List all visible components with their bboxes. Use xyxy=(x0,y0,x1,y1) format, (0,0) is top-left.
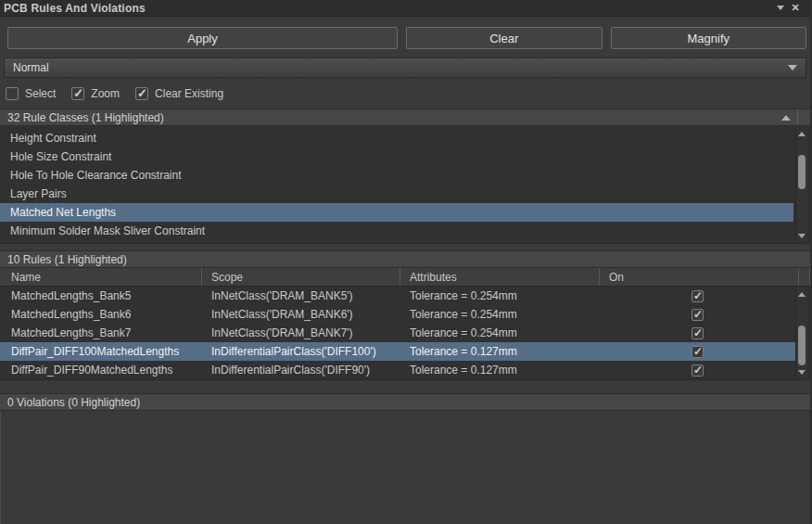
rule-on-checkbox[interactable] xyxy=(691,290,704,302)
chevron-down-icon xyxy=(777,6,784,10)
close-icon: ✕ xyxy=(791,3,799,13)
scrollbar-thumb[interactable] xyxy=(798,155,806,189)
rule-name-cell: MatchedLengths_Bank6 xyxy=(0,305,202,324)
action-toolbar: Apply Clear Magnify xyxy=(7,27,806,49)
rule-class-item[interactable]: Layer Pairs xyxy=(0,185,793,203)
clear-button[interactable]: Clear xyxy=(406,27,603,49)
rule-name-cell: MatchedLengths_Bank7 xyxy=(0,324,202,342)
rule-row[interactable]: MatchedLengths_Bank5 InNetClass('DRAM_BA… xyxy=(0,287,795,305)
rule-row[interactable]: DiffPair_DIFF90MatchedLengths InDifferen… xyxy=(0,361,795,379)
rule-attributes-cell: Tolerance = 0.254mm xyxy=(400,305,600,324)
clear-existing-option: Clear Existing xyxy=(135,87,223,100)
select-option: Select xyxy=(6,87,56,100)
rules-section-header: 10 Rules (1 Highlighted) xyxy=(0,250,810,268)
column-header-scope[interactable]: Scope xyxy=(202,268,400,286)
violations-section-header: 0 Violations (0 Highlighted) xyxy=(0,393,810,411)
rule-attributes-cell: Tolerance = 0.254mm xyxy=(400,287,600,305)
close-button[interactable]: ✕ xyxy=(788,2,803,15)
chevron-down-icon xyxy=(788,65,797,70)
panel-title: PCB Rules And Violations xyxy=(4,2,773,15)
rules-scrollbar[interactable] xyxy=(795,288,807,377)
rule-on-cell xyxy=(600,342,795,361)
rule-class-item[interactable]: Hole To Hole Clearance Constraint xyxy=(0,166,793,185)
rule-on-checkbox[interactable] xyxy=(691,346,704,358)
scroll-down-button[interactable] xyxy=(796,230,807,241)
report-mode-value: Normal xyxy=(13,61,49,74)
column-header-name[interactable]: Name xyxy=(0,268,202,286)
rule-row[interactable]: DiffPair_DIFF100MatchedLengths InDiffere… xyxy=(0,342,795,361)
rule-name-cell: MatchedLengths_Bank5 xyxy=(0,287,202,305)
rule-class-item[interactable]: Height Constraint xyxy=(0,129,793,147)
rules-header-label: 10 Rules (1 Highlighted) xyxy=(7,253,127,266)
rule-row[interactable]: MatchedLengths_Bank7 InNetClass('DRAM_BA… xyxy=(0,324,795,342)
rule-scope-cell: InNetClass('DRAM_BANK5') xyxy=(202,287,400,305)
panel-titlebar: PCB Rules And Violations ✕ xyxy=(0,0,810,17)
rule-on-cell xyxy=(600,324,795,342)
rule-on-checkbox[interactable] xyxy=(691,364,704,377)
rule-classes-header-label: 32 Rule Classes (1 Highlighted) xyxy=(7,111,164,124)
violations-header-label: 0 Violations (0 Highlighted) xyxy=(7,396,140,409)
rules-table-header: Name Scope Attributes On xyxy=(0,268,810,287)
violations-list xyxy=(0,411,810,524)
header-gutter xyxy=(798,109,810,125)
rule-attributes-cell: Tolerance = 0.254mm xyxy=(400,324,600,342)
rule-classes-section-header: 32 Rule Classes (1 Highlighted) xyxy=(0,109,810,126)
rule-name-cell: DiffPair_DIFF90MatchedLengths xyxy=(0,361,202,379)
rules-table-body: MatchedLengths_Bank5 InNetClass('DRAM_BA… xyxy=(0,287,810,380)
select-checkbox-label: Select xyxy=(25,87,56,100)
rule-classes-scrollbar[interactable] xyxy=(795,128,807,241)
scrollbar-thumb[interactable] xyxy=(798,326,806,365)
scrollbar-track[interactable] xyxy=(796,139,807,230)
pcb-rules-and-violations-panel: { "window": { "title": "PCB Rules And Vi… xyxy=(0,0,812,524)
rule-class-item[interactable]: Hole Size Constraint xyxy=(0,147,793,166)
scrollbar-track[interactable] xyxy=(796,300,807,366)
magnify-button[interactable]: Magnify xyxy=(611,27,807,49)
column-header-gutter xyxy=(799,268,810,286)
rule-row[interactable]: MatchedLengths_Bank6 InNetClass('DRAM_BA… xyxy=(0,305,795,324)
column-header-attributes[interactable]: Attributes xyxy=(400,268,600,286)
arrow-down-icon xyxy=(798,370,806,375)
rule-attributes-cell: Tolerance = 0.127mm xyxy=(400,342,600,361)
scroll-up-button[interactable] xyxy=(796,128,807,139)
zoom-option: Zoom xyxy=(71,87,120,100)
zoom-checkbox-label: Zoom xyxy=(91,87,120,100)
rule-on-cell xyxy=(600,305,795,324)
arrow-down-icon xyxy=(798,234,806,238)
rule-scope-cell: InNetClass('DRAM_BANK7') xyxy=(202,324,400,342)
rule-scope-cell: InDifferentialPairClass('DIFF90') xyxy=(202,361,400,379)
rule-scope-cell: InDifferentialPairClass('DIFF100') xyxy=(202,342,400,361)
rule-class-item[interactable]: Minimum Solder Mask Sliver Constraint xyxy=(0,222,793,240)
options-row: Select Zoom Clear Existing xyxy=(6,86,810,101)
arrow-up-icon xyxy=(798,132,806,136)
report-mode-select[interactable]: Normal xyxy=(4,58,806,78)
rule-class-item[interactable]: Matched Net Lengths xyxy=(0,203,793,222)
select-checkbox[interactable] xyxy=(6,87,19,100)
collapse-section-button[interactable] xyxy=(774,109,798,125)
scroll-down-button[interactable] xyxy=(796,366,807,377)
clear-existing-checkbox[interactable] xyxy=(135,87,148,100)
rule-name-cell: DiffPair_DIFF100MatchedLengths xyxy=(0,342,202,361)
apply-button[interactable]: Apply xyxy=(7,27,398,49)
rule-classes-list: Height Constraint Hole Size Constraint H… xyxy=(0,126,810,244)
rule-scope-cell: InNetClass('DRAM_BANK6') xyxy=(202,305,400,324)
rule-on-cell xyxy=(600,361,795,379)
arrow-up-icon xyxy=(798,292,806,297)
clear-existing-checkbox-label: Clear Existing xyxy=(155,87,223,100)
rule-on-checkbox[interactable] xyxy=(691,327,704,339)
zoom-checkbox[interactable] xyxy=(71,87,84,100)
rule-on-checkbox[interactable] xyxy=(691,309,704,321)
rule-on-cell xyxy=(600,287,795,305)
scroll-up-button[interactable] xyxy=(796,288,807,300)
rule-attributes-cell: Tolerance = 0.127mm xyxy=(400,361,600,379)
chevron-up-icon xyxy=(781,115,791,121)
column-header-on[interactable]: On xyxy=(600,268,799,286)
panel-menu-button[interactable] xyxy=(773,2,788,15)
